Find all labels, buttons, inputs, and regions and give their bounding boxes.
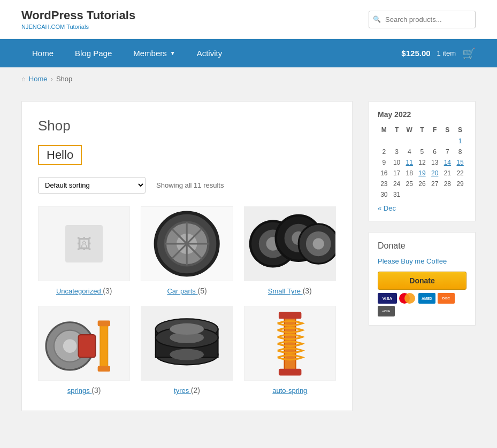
svg-rect-19 [79, 335, 96, 357]
search-wrap: 🔍 [369, 11, 476, 28]
echeck-icon: eChk [378, 306, 395, 316]
cal-header-s1: S [441, 124, 454, 136]
search-icon: 🔍 [373, 16, 381, 23]
small-tyre-svg [244, 207, 335, 281]
product-label-tyres[interactable]: tyres (2) [141, 386, 233, 395]
small-tyre-img [244, 206, 336, 281]
cal-cell [416, 189, 429, 200]
product-card-uncategorized[interactable]: 🖼 Uncategorized (3) [38, 206, 130, 295]
site-subtitle: NJENGAH.COM Tutorials [21, 24, 135, 30]
cal-row-5: 23 24 25 26 27 28 29 [378, 179, 467, 189]
product-count: (2) [191, 386, 200, 395]
car-parts-img [141, 206, 233, 281]
svg-point-28 [170, 349, 204, 360]
nav-item-home[interactable]: Home [21, 39, 64, 67]
cal-cell-25: 25 [403, 179, 416, 189]
breadcrumb: ⌂ Home › Shop [0, 67, 497, 90]
cart-price: $125.00 [401, 49, 430, 58]
car-parts-svg [141, 207, 232, 281]
svg-rect-32 [279, 369, 301, 376]
auto-spring-img [244, 306, 336, 381]
cart-icon[interactable]: 🛒 [462, 47, 476, 60]
cal-header-t1: T [391, 124, 403, 136]
product-count: (3) [91, 386, 101, 395]
cal-cell-24: 24 [391, 179, 403, 189]
svg-rect-22 [98, 366, 110, 372]
donate-subtitle: Please Buy me Coffee [378, 257, 467, 265]
product-card-auto-spring[interactable]: auto-spring [244, 306, 336, 395]
cal-cell-12: 12 [416, 157, 429, 168]
payment-icons: VISA AMEX DISC eChk [378, 293, 467, 316]
calendar-table: M T W T F S S [378, 124, 467, 200]
product-count: (3) [103, 287, 112, 295]
nav-links: Home Blog Page Members ▼ Activity [21, 39, 233, 67]
product-count: (5) [197, 287, 207, 295]
svg-rect-30 [284, 315, 295, 372]
product-grid: 🖼 Uncategorized (3) [38, 206, 336, 395]
product-label-springs[interactable]: springs (3) [38, 386, 130, 395]
cal-header-m: M [378, 124, 391, 136]
cal-cell-19[interactable]: 19 [416, 168, 429, 179]
site-title: WordPress Tutorials [21, 9, 135, 22]
breadcrumb-separator: › [51, 75, 53, 83]
sort-select[interactable]: Default sorting Sort by popularity Sort … [38, 177, 146, 194]
product-label-car-parts[interactable]: Car parts (5) [141, 287, 233, 295]
product-card-springs[interactable]: springs (3) [38, 306, 130, 395]
cal-cell-16: 16 [378, 168, 391, 179]
cal-cell [416, 136, 429, 146]
product-name: Uncategorized [56, 287, 103, 295]
cal-cell [441, 136, 454, 146]
cal-cell-4: 4 [403, 146, 416, 157]
cal-row-4: 16 17 18 19 20 21 22 [378, 168, 467, 179]
cal-cell-21: 21 [441, 168, 454, 179]
cal-cell-15[interactable]: 15 [454, 157, 467, 168]
cal-cell-17: 17 [391, 168, 403, 179]
search-input[interactable] [369, 11, 476, 28]
svg-rect-21 [98, 321, 110, 327]
discover-icon: DISC [438, 293, 455, 304]
cal-cell-13: 13 [429, 157, 441, 168]
cal-cell-11[interactable]: 11 [403, 157, 416, 168]
mastercard-icon [399, 293, 416, 304]
placeholder-img: 🖼 [38, 206, 130, 281]
nav-item-members[interactable]: Members ▼ [123, 39, 186, 67]
cal-row-1: 1 [378, 136, 467, 146]
donate-widget: Donate Please Buy me Coffee Donate VISA … [369, 232, 476, 326]
cal-cell-8: 8 [454, 146, 467, 157]
cal-cell-20[interactable]: 20 [429, 168, 441, 179]
site-header: WordPress Tutorials NJENGAH.COM Tutorial… [0, 0, 497, 39]
cal-cell-27: 27 [429, 179, 441, 189]
visa-icon: VISA [378, 293, 397, 304]
shop-area: Shop Hello Default sorting Sort by popul… [21, 101, 353, 411]
cal-cell-14[interactable]: 14 [441, 157, 454, 168]
calendar-month-title: May 2022 [378, 110, 467, 119]
image-placeholder-icon: 🖼 [77, 235, 91, 253]
svg-rect-20 [100, 323, 108, 369]
cart-info: $125.00 1 item 🛒 [401, 47, 476, 60]
cal-cell-5: 5 [416, 146, 429, 157]
product-card-small-tyre[interactable]: Small Tyre (3) [244, 206, 336, 295]
results-count: Showing all 11 results [156, 181, 224, 189]
product-label-uncategorized[interactable]: Uncategorized (3) [38, 287, 130, 295]
cal-cell [403, 136, 416, 146]
cal-header-f: F [429, 124, 441, 136]
nav-item-blog[interactable]: Blog Page [64, 39, 123, 67]
product-name: auto-spring [272, 387, 307, 395]
breadcrumb-home-link[interactable]: Home [29, 75, 48, 83]
product-label-small-tyre[interactable]: Small Tyre (3) [244, 287, 336, 295]
cal-cell-6: 6 [429, 146, 441, 157]
main-content: Shop Hello Default sorting Sort by popul… [0, 90, 497, 422]
cal-cell-7: 7 [441, 146, 454, 157]
donate-button[interactable]: Donate [378, 272, 467, 290]
nav-item-activity[interactable]: Activity [186, 39, 233, 67]
auto-spring-svg [244, 306, 335, 380]
product-card-car-parts[interactable]: Car parts (5) [141, 206, 233, 295]
amex-icon: AMEX [418, 293, 435, 304]
cal-cell-2: 2 [378, 146, 391, 157]
product-name: tyres [174, 387, 191, 395]
product-label-auto-spring[interactable]: auto-spring [244, 386, 336, 395]
cal-prev-link[interactable]: « Dec [378, 204, 396, 212]
tyres-svg [141, 306, 232, 380]
cal-cell-1[interactable]: 1 [454, 136, 467, 146]
product-card-tyres[interactable]: tyres (2) [141, 306, 233, 395]
